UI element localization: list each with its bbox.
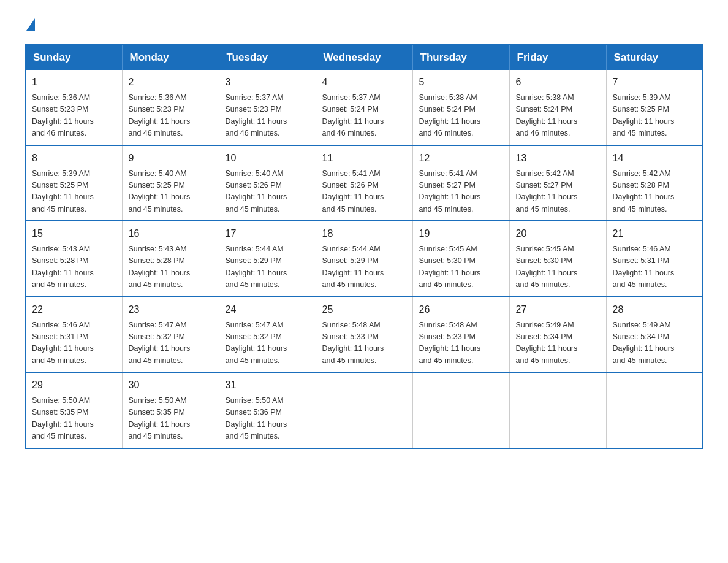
day-number: 24 [226,302,309,317]
day-of-week-header: Wednesday [316,45,412,70]
day-number: 15 [32,226,116,241]
calendar-day-cell: 14 Sunrise: 5:42 AM Sunset: 5:28 PM Dayl… [606,145,703,221]
day-number: 2 [129,75,213,90]
day-number: 4 [322,75,406,90]
day-number: 25 [322,302,406,317]
calendar-day-cell: 9 Sunrise: 5:40 AM Sunset: 5:25 PM Dayli… [122,145,219,221]
day-info: Sunrise: 5:44 AM Sunset: 5:29 PM Dayligh… [322,243,406,291]
calendar-day-cell: 18 Sunrise: 5:44 AM Sunset: 5:29 PM Dayl… [316,221,412,297]
day-info: Sunrise: 5:41 AM Sunset: 5:26 PM Dayligh… [322,168,406,216]
day-number: 12 [419,151,503,166]
day-info: Sunrise: 5:42 AM Sunset: 5:27 PM Dayligh… [516,168,600,216]
calendar-day-cell [509,372,606,448]
day-info: Sunrise: 5:39 AM Sunset: 5:25 PM Dayligh… [32,168,116,216]
day-info: Sunrise: 5:48 AM Sunset: 5:33 PM Dayligh… [322,320,406,367]
day-info: Sunrise: 5:49 AM Sunset: 5:34 PM Dayligh… [613,320,697,367]
calendar-day-cell: 3 Sunrise: 5:37 AM Sunset: 5:23 PM Dayli… [219,70,316,145]
day-number: 6 [516,75,600,90]
calendar-week-row: 8 Sunrise: 5:39 AM Sunset: 5:25 PM Dayli… [25,145,703,221]
day-info: Sunrise: 5:43 AM Sunset: 5:28 PM Dayligh… [129,243,213,291]
logo-arrow-icon [26,18,35,31]
day-number: 20 [516,226,600,241]
page-header [25,18,703,32]
day-info: Sunrise: 5:40 AM Sunset: 5:26 PM Dayligh… [226,168,309,216]
day-number: 11 [322,151,406,166]
day-number: 23 [129,302,213,317]
day-of-week-header: Thursday [412,45,509,70]
calendar-day-cell: 17 Sunrise: 5:44 AM Sunset: 5:29 PM Dayl… [219,221,316,297]
day-number: 14 [613,151,697,166]
day-info: Sunrise: 5:41 AM Sunset: 5:27 PM Dayligh… [419,168,503,216]
calendar-day-cell [606,372,703,448]
day-info: Sunrise: 5:38 AM Sunset: 5:24 PM Dayligh… [419,92,503,140]
day-info: Sunrise: 5:43 AM Sunset: 5:28 PM Dayligh… [32,243,116,291]
day-info: Sunrise: 5:42 AM Sunset: 5:28 PM Dayligh… [613,168,697,216]
day-info: Sunrise: 5:36 AM Sunset: 5:23 PM Dayligh… [32,92,116,140]
day-number: 7 [613,75,697,90]
calendar-day-cell: 13 Sunrise: 5:42 AM Sunset: 5:27 PM Dayl… [509,145,606,221]
calendar-day-cell: 5 Sunrise: 5:38 AM Sunset: 5:24 PM Dayli… [412,70,509,145]
logo [25,18,35,32]
day-number: 18 [322,226,406,241]
day-info: Sunrise: 5:50 AM Sunset: 5:36 PM Dayligh… [226,395,309,443]
calendar-day-cell: 4 Sunrise: 5:37 AM Sunset: 5:24 PM Dayli… [316,70,412,145]
calendar-week-row: 29 Sunrise: 5:50 AM Sunset: 5:35 PM Dayl… [25,372,703,448]
day-of-week-header: Monday [122,45,219,70]
day-info: Sunrise: 5:50 AM Sunset: 5:35 PM Dayligh… [32,395,116,443]
calendar-day-cell: 2 Sunrise: 5:36 AM Sunset: 5:23 PM Dayli… [122,70,219,145]
day-info: Sunrise: 5:36 AM Sunset: 5:23 PM Dayligh… [129,92,213,140]
calendar-day-cell [316,372,412,448]
calendar-day-cell: 30 Sunrise: 5:50 AM Sunset: 5:35 PM Dayl… [122,372,219,448]
day-info: Sunrise: 5:49 AM Sunset: 5:34 PM Dayligh… [516,320,600,367]
calendar-day-cell: 27 Sunrise: 5:49 AM Sunset: 5:34 PM Dayl… [509,297,606,373]
day-number: 29 [32,378,116,393]
calendar-day-cell: 19 Sunrise: 5:45 AM Sunset: 5:30 PM Dayl… [412,221,509,297]
day-info: Sunrise: 5:48 AM Sunset: 5:33 PM Dayligh… [419,320,503,367]
day-number: 26 [419,302,503,317]
calendar-day-cell: 1 Sunrise: 5:36 AM Sunset: 5:23 PM Dayli… [25,70,122,145]
calendar-week-row: 15 Sunrise: 5:43 AM Sunset: 5:28 PM Dayl… [25,221,703,297]
day-number: 28 [613,302,697,317]
day-number: 27 [516,302,600,317]
calendar-day-cell: 31 Sunrise: 5:50 AM Sunset: 5:36 PM Dayl… [219,372,316,448]
calendar-day-cell: 24 Sunrise: 5:47 AM Sunset: 5:32 PM Dayl… [219,297,316,373]
day-number: 13 [516,151,600,166]
day-of-week-header: Tuesday [219,45,316,70]
day-info: Sunrise: 5:46 AM Sunset: 5:31 PM Dayligh… [613,243,697,291]
day-number: 3 [226,75,309,90]
calendar-day-cell: 8 Sunrise: 5:39 AM Sunset: 5:25 PM Dayli… [25,145,122,221]
day-number: 30 [129,378,213,393]
day-number: 1 [32,75,116,90]
day-info: Sunrise: 5:46 AM Sunset: 5:31 PM Dayligh… [32,320,116,367]
calendar-day-cell: 21 Sunrise: 5:46 AM Sunset: 5:31 PM Dayl… [606,221,703,297]
calendar-day-cell: 26 Sunrise: 5:48 AM Sunset: 5:33 PM Dayl… [412,297,509,373]
day-of-week-header: Saturday [606,45,703,70]
calendar-day-cell: 15 Sunrise: 5:43 AM Sunset: 5:28 PM Dayl… [25,221,122,297]
calendar-week-row: 1 Sunrise: 5:36 AM Sunset: 5:23 PM Dayli… [25,70,703,145]
day-number: 22 [32,302,116,317]
day-number: 9 [129,151,213,166]
calendar-day-cell: 29 Sunrise: 5:50 AM Sunset: 5:35 PM Dayl… [25,372,122,448]
calendar-table: SundayMondayTuesdayWednesdayThursdayFrid… [25,44,703,449]
day-number: 19 [419,226,503,241]
day-number: 10 [226,151,309,166]
day-info: Sunrise: 5:44 AM Sunset: 5:29 PM Dayligh… [226,243,309,291]
day-info: Sunrise: 5:37 AM Sunset: 5:24 PM Dayligh… [322,92,406,140]
day-number: 17 [226,226,309,241]
day-number: 16 [129,226,213,241]
day-info: Sunrise: 5:37 AM Sunset: 5:23 PM Dayligh… [226,92,309,140]
calendar-day-cell: 16 Sunrise: 5:43 AM Sunset: 5:28 PM Dayl… [122,221,219,297]
calendar-day-cell: 28 Sunrise: 5:49 AM Sunset: 5:34 PM Dayl… [606,297,703,373]
calendar-day-cell: 25 Sunrise: 5:48 AM Sunset: 5:33 PM Dayl… [316,297,412,373]
day-of-week-header: Sunday [25,45,122,70]
day-info: Sunrise: 5:45 AM Sunset: 5:30 PM Dayligh… [419,243,503,291]
calendar-day-cell: 11 Sunrise: 5:41 AM Sunset: 5:26 PM Dayl… [316,145,412,221]
day-info: Sunrise: 5:47 AM Sunset: 5:32 PM Dayligh… [129,320,213,367]
calendar-day-cell: 7 Sunrise: 5:39 AM Sunset: 5:25 PM Dayli… [606,70,703,145]
day-number: 5 [419,75,503,90]
day-info: Sunrise: 5:39 AM Sunset: 5:25 PM Dayligh… [613,92,697,140]
day-number: 8 [32,151,116,166]
calendar-day-cell: 22 Sunrise: 5:46 AM Sunset: 5:31 PM Dayl… [25,297,122,373]
calendar-day-cell [412,372,509,448]
calendar-day-cell: 23 Sunrise: 5:47 AM Sunset: 5:32 PM Dayl… [122,297,219,373]
